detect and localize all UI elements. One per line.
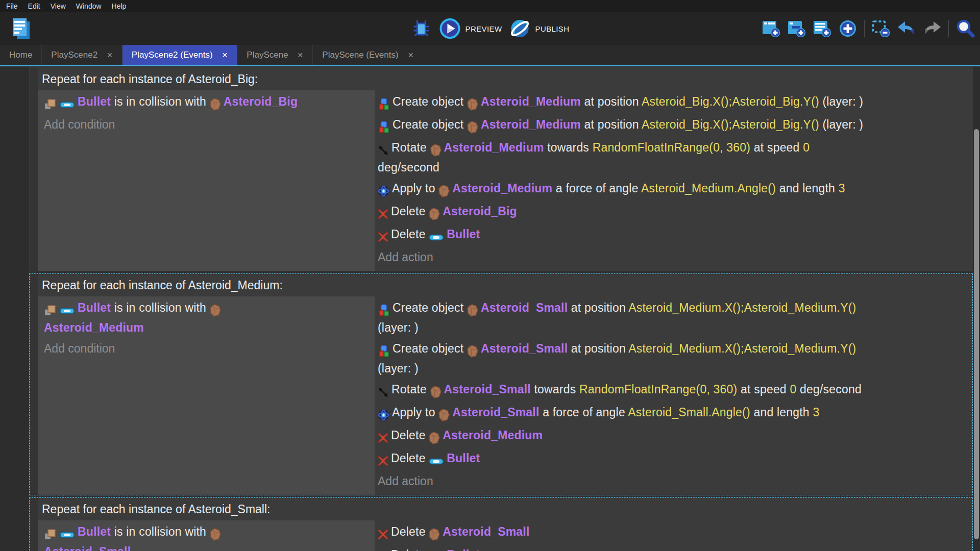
instruction-text: (layer: ) [819,95,863,108]
undo-button[interactable] [896,16,917,41]
action-instruction[interactable]: Delete Asteroid_Big [378,201,967,224]
conditions-column: Bullet is in collision with Asteroid_Med… [38,296,375,495]
expression-text: RandomFloatInRange(0, 360) [593,141,751,154]
instruction-text: Delete [391,525,429,538]
expression-text: Asteroid_Medium.Angle() [641,182,776,195]
action-instruction[interactable]: Create object Asteroid_Small at position… [378,297,967,338]
action-instruction[interactable]: Delete Bullet [378,544,967,551]
action-instruction[interactable]: Delete Bullet [378,224,967,247]
menu-help[interactable]: Help [107,2,132,10]
object-name: Asteroid_Big [224,95,298,108]
action-instruction[interactable]: Delete Asteroid_Medium [378,425,967,448]
instruction-text: a force of angle [540,406,628,419]
add-subevent-button[interactable] [786,16,807,41]
instruction-text: at speed [750,141,803,154]
close-icon[interactable]: ✕ [107,51,113,59]
collision-icon [44,525,57,543]
action-instruction[interactable]: Delete Asteroid_Small [378,521,967,544]
preview-button[interactable]: PREVIEW [439,18,502,39]
menu-window[interactable]: Window [71,2,107,10]
menu-edit[interactable]: Edit [23,2,45,10]
tab-playscene2[interactable]: PlayScene2✕ [42,45,122,65]
add-circle-button[interactable] [837,16,859,41]
object-name: Asteroid_Small [44,545,131,551]
add-event-icon [762,20,780,37]
object-name: Asteroid_Medium [481,95,581,108]
menu-file[interactable]: File [1,2,23,10]
object-name: Bullet [447,228,480,241]
menu-view[interactable]: View [45,2,71,10]
action-instruction[interactable]: Create object Asteroid_Medium at positio… [378,91,967,114]
close-icon[interactable]: ✕ [298,51,304,59]
instruction-text: Delete [391,548,429,551]
object-name: Asteroid_Small [452,406,539,419]
publish-icon [509,18,530,39]
event-header[interactable]: Repeat for each instance of Asteroid_Med… [38,274,972,296]
event-drag-handle[interactable] [30,68,38,271]
close-icon[interactable]: ✕ [222,51,228,59]
search-button[interactable] [954,16,976,41]
instruction-text: towards [544,141,593,154]
event-block[interactable]: Repeat for each instance of Asteroid_Big… [29,67,973,271]
redo-button[interactable] [921,16,943,41]
add-action-button[interactable]: Add action [378,471,967,492]
delete-icon [378,525,388,543]
action-instruction[interactable]: Rotate Asteroid_Small towards RandomFloa… [378,379,967,402]
tab-playscene[interactable]: PlayScene✕ [237,45,313,65]
object-name: Bullet [78,525,111,538]
event-block[interactable]: Repeat for each instance of Asteroid_Med… [29,273,973,495]
close-icon[interactable]: ✕ [408,51,414,59]
add-circle-icon [839,19,857,38]
object-name: Asteroid_Small [481,342,568,355]
toolbar-separator [948,20,949,37]
action-instruction[interactable]: Apply to Asteroid_Medium a force of angl… [378,178,967,201]
actions-column: Create object Asteroid_Small at position… [375,296,972,495]
add-comment-button[interactable] [812,16,833,41]
event-header[interactable]: Repeat for each instance of Asteroid_Sma… [38,498,972,520]
instruction-text: at position [568,342,628,355]
redo-icon [922,20,942,37]
debug-button[interactable] [411,16,432,41]
expression-text: 3 [813,406,819,419]
condition-instruction[interactable]: Bullet is in collision with Asteroid_Big [44,91,371,114]
action-instruction[interactable]: Create object Asteroid_Medium at positio… [378,114,967,137]
asteroid-icon [210,301,221,319]
add-action-button[interactable]: Add action [378,247,967,268]
asteroid-icon [438,182,450,199]
instruction-text: at position [581,95,642,108]
add-condition-button[interactable]: Add condition [44,114,371,135]
tab-home[interactable]: Home [0,45,42,65]
actions-column: Create object Asteroid_Medium at positio… [375,90,972,271]
scrollbar-thumb[interactable] [974,129,979,539]
action-instruction[interactable]: Rotate Asteroid_Medium towards RandomFlo… [378,137,967,178]
expression-text: 3 [839,182,845,195]
tab-bar: HomePlayScene2✕PlayScene2 (Events)✕PlayS… [0,45,980,65]
event-block[interactable]: Repeat for each instance of Asteroid_Sma… [29,497,973,551]
action-instruction[interactable]: Delete Bullet [378,448,967,471]
event-drag-handle[interactable] [30,274,38,495]
add-event-button[interactable] [761,16,782,41]
delete-icon [378,452,388,469]
action-instruction[interactable]: Create object Asteroid_Small at position… [378,338,967,379]
bullet-icon [60,95,75,113]
instruction-text: is in collision with [111,525,210,538]
instruction-text: a force of angle [552,182,641,195]
instruction-text: (layer: ) [378,321,419,334]
publish-button[interactable]: PUBLISH [509,18,569,39]
instruction-text: Apply to [392,182,438,195]
bullet-icon [60,301,75,319]
tab-playscene2-events[interactable]: PlayScene2 (Events)✕ [122,45,237,65]
condition-instruction[interactable]: Bullet is in collision with Asteroid_Sma… [44,521,371,551]
project-manager-button[interactable] [11,17,32,40]
action-instruction[interactable]: Apply to Asteroid_Small a force of angle… [378,402,967,425]
add-condition-button[interactable]: Add condition [44,338,371,359]
undo-icon [896,20,917,37]
asteroid-icon [467,301,478,319]
select-remove-button[interactable] [870,16,892,41]
event-drag-handle[interactable] [30,498,38,551]
tab-playscene-events[interactable]: PlayScene (Events)✕ [313,45,423,65]
add-subevent-icon [788,20,806,37]
force-icon [378,406,389,423]
condition-instruction[interactable]: Bullet is in collision with Asteroid_Med… [44,297,371,338]
event-header[interactable]: Repeat for each instance of Asteroid_Big… [38,68,972,90]
